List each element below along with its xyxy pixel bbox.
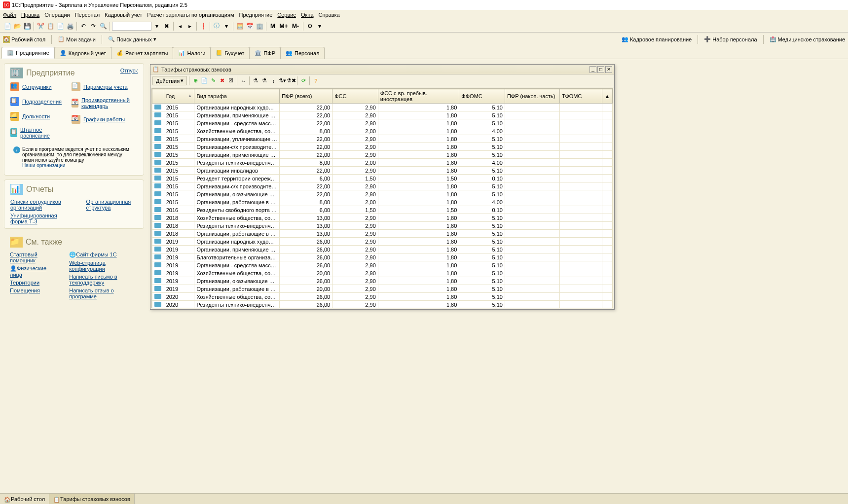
actions-button[interactable]: Действия ▾ [152,76,187,85]
dialog-titlebar[interactable]: 📋Тарифы страховых взносов _ □ ✕ [150,65,614,74]
col-year[interactable]: Год▲ [164,89,194,104]
col-icon[interactable] [152,89,164,104]
medical-insurance-button[interactable]: 🏥Медицинское страхование [770,36,845,43]
link-1c-site[interactable]: 🌐Сайт фирмы 1С [69,252,138,258]
table-row[interactable]: 2015Организации, оказывающие инжин...22,… [152,190,613,198]
status-desktop[interactable]: 🏠Рабочий стол [0,494,49,504]
help-icon[interactable]: ? [312,77,320,85]
table-row[interactable]: 2019Хозяйственные общества, созданн...20… [152,269,613,277]
find-icon[interactable]: 🔍 [99,22,108,31]
link-premises[interactable]: Помещения [10,288,54,293]
table-row[interactable]: 2015Организации инвалидов22,002,901,805,… [152,167,613,175]
table-row[interactable]: 2019Организации - средства массовой и...… [152,261,613,269]
open-icon[interactable]: 📂 [13,22,22,31]
cut-icon[interactable]: ✂️ [36,22,45,31]
report-link-employees[interactable]: Списки сотрудников организаций [10,199,72,211]
col-pfr-savings[interactable]: ПФР (накоп. часть) [505,89,559,104]
table-row[interactable]: 2015Организации народных художестве...22… [152,104,613,111]
table-row[interactable]: 2018Резиденты технико-внедренческой ...1… [152,222,613,230]
vacation-link[interactable]: Отпуск [120,68,138,73]
maximize-button[interactable]: □ [597,66,604,73]
close-button[interactable]: ✕ [605,66,612,73]
menu-service[interactable]: Сервис [277,12,296,18]
sort-icon[interactable]: ↕ [269,77,277,85]
link-start-helper[interactable]: Стартовый помощник [10,252,54,263]
table-row[interactable]: 2015Организации, уплачивающие ЕНВД22,002… [152,135,613,143]
tab-accounting[interactable]: 📒Бухучет [210,47,250,59]
status-tariffs[interactable]: 📋Тарифы страховых взносов [49,494,135,504]
menu-personnel[interactable]: Персонал [75,12,100,18]
m-button[interactable]: M [268,22,277,31]
mark-icon[interactable]: ☒ [227,77,235,85]
forward-icon[interactable]: ▸ [185,22,194,31]
move-icon[interactable]: ↔ [239,77,247,85]
my-tasks-button[interactable]: 📋Мои задачи [58,36,96,43]
undo-icon[interactable]: ↶ [79,22,88,31]
table-row[interactable]: 2019Организации народных художестве...26… [152,238,613,246]
table-wrap[interactable]: Год▲ Вид тарифа ПФР (всего) ФСС ФСС с вр… [151,88,613,308]
save-icon[interactable]: 💾 [23,22,32,31]
org-icon[interactable]: 🏢 [255,22,264,31]
table-row[interactable]: 2015Хозяйственные общества, созданн...8,… [152,127,613,135]
menu-enterprise[interactable]: Предприятие [239,12,273,18]
nav-accounting-params[interactable]: 📄Параметры учета [72,82,138,91]
table-row[interactable]: 2020Хозяйственные общества, созданн...26… [152,293,613,301]
back-icon[interactable]: ◂ [176,22,184,31]
add-icon[interactable]: ⊕ [191,77,199,85]
col-tariff-type[interactable]: Вид тарифа [194,89,280,104]
menu-operations[interactable]: Операции [44,12,70,18]
tab-enterprise[interactable]: 🏢Предприятие [1,47,55,59]
filter-icon[interactable]: ⚗ [252,77,259,85]
link-territories[interactable]: Территории [10,280,54,286]
search-input[interactable] [112,22,151,31]
table-row[interactable]: 2015Организации-с/х производители, уп...… [152,143,613,151]
link-support[interactable]: Написать письмо в техподдержку [69,274,138,286]
calc-icon[interactable]: 🧮 [235,22,244,31]
nav-positions[interactable]: 📁Должности [10,112,62,121]
new-icon[interactable]: 📄 [3,22,12,31]
nav-prod-calendar[interactable]: 📅Производственный календарь [72,97,138,109]
table-row[interactable]: 2015Организации, применяющие УСН, к...22… [152,111,613,119]
recruiting-button[interactable]: ➕Набор персонала [704,36,757,43]
paste-icon[interactable]: 📄 [56,22,65,31]
table-row[interactable]: 2018Хозяйственные общества, созданн...13… [152,214,613,222]
filter-drop-icon[interactable]: ⚗▾ [278,77,286,85]
scroll-col[interactable]: ▲ [602,89,613,104]
table-row[interactable]: 2019Организации, применяющие УСН, к...26… [152,246,613,253]
menu-file[interactable]: Файл [3,12,16,18]
clear-filter-icon[interactable]: ⚗✖ [287,77,295,85]
data-search-button[interactable]: 🔍Поиск данных ▾ [108,36,156,43]
m-minus-button[interactable]: M- [290,22,301,31]
table-row[interactable]: 2018Организации, работающие в област...1… [152,230,613,238]
refresh-icon[interactable]: ⟳ [299,77,307,85]
table-row[interactable]: 2015Организации - средства массовой и...… [152,119,613,127]
link-individuals[interactable]: 👤Физические лица [10,265,54,278]
desktop-button[interactable]: 🏠Рабочий стол [3,36,45,43]
table-row[interactable]: 2019Организации, работающие в област...2… [152,285,613,293]
nav-employees[interactable]: 👥Сотрудники [10,82,62,91]
link-feedback[interactable]: Написать отзыв о программе [69,288,138,299]
edit-icon[interactable]: ✎ [209,77,217,85]
redo-icon[interactable]: ↷ [89,22,98,31]
print-icon[interactable]: 🖨️ [66,22,74,31]
hr-planning-button[interactable]: 👥Кадровое планирование [622,36,692,43]
tab-pfr[interactable]: 🏛️ПФР [249,47,281,59]
table-row[interactable]: 2015Резидент территории опережающег...6,… [152,175,613,182]
col-fss-foreign[interactable]: ФСС с вр. пребыв. иностранцев [378,89,459,104]
filter2-icon[interactable]: ⚗ [260,77,268,85]
exclaim-icon[interactable]: ❗ [199,22,208,31]
col-pfr-total[interactable]: ПФР (всего) [280,89,332,104]
table-row[interactable]: 2016Резиденты свободного порта Влади...6… [152,206,613,214]
tab-personnel[interactable]: 👥Персонал [280,47,325,59]
report-link-orgstruct[interactable]: Организационная структура [86,199,138,211]
calendar-icon[interactable]: 📅 [245,22,254,31]
dropdown3-icon[interactable]: ▾ [315,22,324,31]
minimize-button[interactable]: _ [590,66,596,73]
settings-icon[interactable]: ⚙ [305,22,314,31]
table-row[interactable]: 2019Благотворительные организации26,002,… [152,253,613,261]
clear-icon[interactable]: ✖ [162,22,171,31]
col-tfoms[interactable]: ТФОМС [560,89,602,104]
table-row[interactable]: 2015Организации, применяющие ОСН, к...22… [152,151,613,159]
table-row[interactable]: 2020Резиденты технико-внедренческой ...2… [152,301,613,309]
link-config-page[interactable]: Web-страница конфигурации [69,260,138,272]
